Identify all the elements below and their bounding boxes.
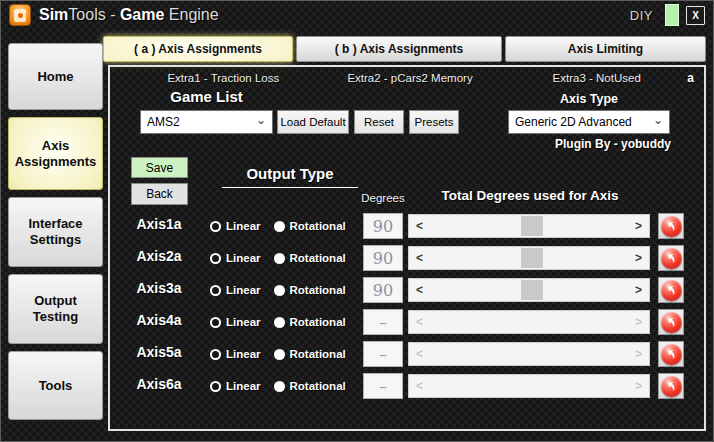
radio-rotational-label: Rotational [290, 348, 346, 360]
axis-degrees-scrollbar: < > [408, 310, 650, 334]
output-type-radios: Linear Rotational [210, 244, 346, 272]
save-button[interactable]: Save [131, 157, 188, 178]
reset-button[interactable]: Reset [354, 110, 404, 134]
radio-linear-label: Linear [226, 348, 261, 360]
scroll-left-icon: < [416, 316, 423, 328]
undo-icon [661, 312, 682, 333]
simtools-app-icon [9, 4, 31, 26]
game-list-select[interactable]: AMS2 ⌄ [140, 110, 273, 134]
game-list-selected-value: AMS2 [147, 115, 180, 129]
radio-linear[interactable] [210, 253, 221, 264]
output-type-radios: Linear Rotational [210, 212, 346, 240]
output-type-underline [222, 187, 358, 188]
undo-icon [661, 248, 682, 269]
radio-rotational-label: Rotational [290, 380, 346, 392]
back-button[interactable]: Back [131, 183, 188, 205]
sidebar-item-interface-settings[interactable]: Interface Settings [8, 197, 103, 267]
total-degrees-heading: Total Degrees used for Axis [410, 188, 650, 203]
axis-row-axis5a: Axis5a Linear Rotational – < > [110, 340, 704, 368]
axis-row-axis2a: Axis2a Linear Rotational 90 < > [110, 244, 704, 272]
radio-rotational[interactable] [274, 317, 285, 328]
axis-label: Axis1a [124, 216, 194, 232]
radio-linear[interactable] [210, 381, 221, 392]
title-bar: SimTools - Game Engine DIY X [0, 0, 714, 30]
axis-reset-button[interactable] [658, 373, 684, 399]
undo-icon [661, 280, 682, 301]
extra1-status: Extra1 - Traction Loss [130, 72, 317, 84]
axis-row-axis6a: Axis6a Linear Rotational – < > [110, 372, 704, 400]
scroll-left-icon[interactable]: < [416, 284, 423, 296]
tab-axis-limiting[interactable]: Axis Limiting [505, 36, 706, 62]
sidebar-item-home[interactable]: Home [8, 43, 103, 110]
tab-axis-assignments-a[interactable]: ( a ) Axis Assignments [103, 36, 293, 62]
undo-icon [661, 216, 682, 237]
radio-rotational[interactable] [274, 349, 285, 360]
scrollbar-thumb[interactable] [521, 216, 543, 236]
output-type-radios: Linear Rotational [210, 372, 346, 400]
radio-linear[interactable] [210, 221, 221, 232]
axis-row-axis1a: Axis1a Linear Rotational 90 < > [110, 212, 704, 240]
plugin-by-label: Plugin By - yobuddy [450, 137, 671, 151]
axis-label: Axis2a [124, 248, 194, 264]
radio-rotational-label: Rotational [290, 284, 346, 296]
degrees-value: – [363, 373, 403, 399]
axis-reset-button[interactable] [658, 213, 684, 239]
axis-type-selected-value: Generic 2D Advanced [515, 115, 632, 129]
scroll-right-icon[interactable]: > [635, 220, 642, 232]
radio-linear-label: Linear [226, 252, 261, 264]
scroll-right-icon[interactable]: > [635, 284, 642, 296]
scroll-right-icon: > [635, 348, 642, 360]
radio-linear-label: Linear [226, 380, 261, 392]
axis-degrees-scrollbar[interactable]: < > [408, 246, 650, 270]
radio-linear[interactable] [210, 285, 221, 296]
scroll-right-icon[interactable]: > [635, 252, 642, 264]
close-button[interactable]: X [686, 6, 705, 25]
scroll-left-icon[interactable]: < [416, 220, 423, 232]
output-type-radios: Linear Rotational [210, 276, 346, 304]
simtools-window: SimTools - Game Engine DIY X ( a ) Axis … [0, 0, 714, 442]
scroll-right-icon: > [635, 316, 642, 328]
axis-reset-button[interactable] [658, 341, 684, 367]
extra-axes-status: Extra1 - Traction Loss Extra2 - pCars2 M… [130, 72, 690, 84]
scrollbar-thumb[interactable] [521, 248, 543, 268]
axis-degrees-scrollbar: < > [408, 342, 650, 366]
radio-linear[interactable] [210, 317, 221, 328]
axis-label: Axis5a [124, 344, 194, 360]
scroll-left-icon[interactable]: < [416, 252, 423, 264]
undo-icon [661, 376, 682, 397]
axis-label: Axis6a [124, 376, 194, 392]
degrees-value: 90 [363, 213, 403, 239]
axis-degrees-scrollbar[interactable]: < > [408, 214, 650, 238]
axis-reset-button[interactable] [658, 309, 684, 335]
axis-row-axis3a: Axis3a Linear Rotational 90 < > [110, 276, 704, 304]
axis-label: Axis4a [124, 312, 194, 328]
scroll-left-icon: < [416, 348, 423, 360]
axis-type-heading: Axis Type [508, 92, 670, 106]
radio-rotational[interactable] [274, 285, 285, 296]
tab-axis-assignments-b[interactable]: ( b ) Axis Assignments [296, 36, 502, 62]
radio-rotational[interactable] [274, 221, 285, 232]
window-title: SimTools - Game Engine [39, 6, 219, 24]
sidebar-item-axis-assignments[interactable]: Axis Assignments [8, 117, 103, 190]
radio-rotational[interactable] [274, 253, 285, 264]
axis-label: Axis3a [124, 280, 194, 296]
radio-rotational[interactable] [274, 381, 285, 392]
presets-button[interactable]: Presets [409, 110, 459, 134]
sidebar-item-tools[interactable]: Tools [8, 351, 103, 420]
load-default-button[interactable]: Load Default [277, 110, 349, 134]
axis-degrees-scrollbar[interactable]: < > [408, 278, 650, 302]
axis-type-select[interactable]: Generic 2D Advanced ⌄ [508, 110, 670, 134]
radio-linear[interactable] [210, 349, 221, 360]
radio-rotational-label: Rotational [290, 220, 346, 232]
radio-linear-label: Linear [226, 284, 261, 296]
status-indicator [665, 4, 679, 26]
axis-reset-button[interactable] [658, 277, 684, 303]
axis-reset-button[interactable] [658, 245, 684, 271]
degrees-value: – [363, 341, 403, 367]
sidebar-item-output-testing[interactable]: Output Testing [8, 274, 103, 344]
diy-label: DIY [630, 8, 653, 23]
scrollbar-thumb[interactable] [521, 280, 543, 300]
degrees-value: 90 [363, 277, 403, 303]
extra3-status: Extra3 - NotUsed [503, 72, 690, 84]
radio-linear-label: Linear [226, 220, 261, 232]
